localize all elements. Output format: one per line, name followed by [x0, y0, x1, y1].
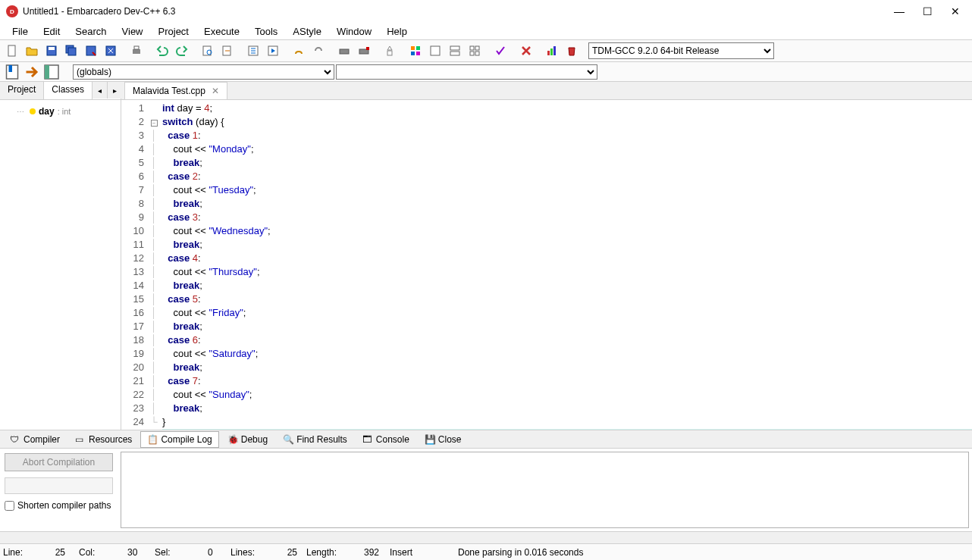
- status-col-label: Col:: [79, 547, 95, 558]
- svg-rect-18: [411, 46, 415, 50]
- class-tree[interactable]: ⋯ day : int: [0, 100, 121, 430]
- open-file-button[interactable]: [23, 42, 41, 60]
- menu-astyle[interactable]: AStyle: [285, 24, 329, 39]
- svg-rect-33: [9, 65, 13, 72]
- member-select[interactable]: [336, 64, 597, 80]
- profile-button[interactable]: [381, 42, 399, 60]
- abort-compilation-button[interactable]: Abort Compilation: [5, 453, 113, 471]
- compiler-select[interactable]: TDM-GCC 9.2.0 64-bit Release: [588, 42, 774, 59]
- bottom-tab-compile-log[interactable]: 📋Compile Log: [140, 431, 218, 448]
- bottom-panel: 🛡Compiler▭Resources📋Compile Log🐞Debug🔍Fi…: [0, 430, 972, 543]
- status-bar: Line:25 Col:30 Sel:0 Lines:25 Length:392…: [0, 543, 972, 560]
- close-file-button[interactable]: [102, 42, 120, 60]
- tab-project[interactable]: Project: [0, 82, 44, 99]
- find-button[interactable]: [199, 42, 217, 60]
- tab-icon: 💾: [425, 434, 435, 445]
- menu-window[interactable]: Window: [329, 24, 379, 39]
- menu-project[interactable]: Project: [151, 24, 196, 39]
- compile-run-button[interactable]: [290, 42, 308, 60]
- status-col-value: 30: [99, 547, 137, 558]
- menu-file[interactable]: File: [5, 24, 36, 39]
- bottom-tab-find-results[interactable]: 🔍Find Results: [276, 431, 354, 448]
- menu-search[interactable]: Search: [67, 24, 114, 39]
- status-lines-label: Lines:: [230, 547, 255, 558]
- bottom-tab-resources[interactable]: ▭Resources: [68, 431, 139, 448]
- nav-prev-button[interactable]: ◂: [92, 82, 108, 99]
- line-gutter: 1234567891011121314151617181920212223242…: [121, 100, 149, 430]
- tab-icon: 🔍: [283, 434, 293, 445]
- horizontal-scrollbar[interactable]: [0, 531, 972, 543]
- print-button[interactable]: [127, 42, 146, 60]
- grid-button[interactable]: [406, 42, 425, 60]
- close-tab-icon[interactable]: ✕: [212, 86, 219, 96]
- bottom-tab-close[interactable]: 💾Close: [418, 431, 469, 448]
- chart-button[interactable]: [543, 42, 561, 60]
- replace-button[interactable]: [218, 42, 237, 60]
- run-button[interactable]: [264, 42, 282, 60]
- title-bar: D Untitled1 - Embarcadero Dev-C++ 6.3 — …: [0, 0, 972, 23]
- code-area[interactable]: 1234567891011121314151617181920212223242…: [121, 100, 972, 430]
- status-length-label: Length:: [306, 547, 337, 558]
- shorten-paths-row[interactable]: Shorten compiler paths: [5, 500, 113, 511]
- code-text[interactable]: int day = 4;switch (day) { case 1: cout …: [159, 100, 972, 430]
- menu-view[interactable]: View: [114, 24, 151, 39]
- svg-rect-17: [387, 51, 392, 55]
- bottom-tabs: 🛡Compiler▭Resources📋Compile Log🐞Debug🔍Fi…: [0, 430, 972, 449]
- scope-select[interactable]: (globals): [73, 64, 334, 80]
- shorten-paths-checkbox[interactable]: [5, 501, 14, 511]
- svg-rect-21: [416, 52, 420, 55]
- bottom-tab-console[interactable]: 🗔Console: [356, 431, 416, 448]
- svg-rect-4: [68, 48, 76, 55]
- cancel-button[interactable]: [517, 42, 535, 60]
- file-tabs: Malavida Test.cpp ✕: [121, 82, 972, 100]
- new-file-button[interactable]: [3, 42, 21, 60]
- svg-rect-26: [475, 46, 479, 50]
- save-all-button[interactable]: [62, 42, 80, 60]
- status-length-value: 392: [341, 547, 379, 558]
- status-line-label: Line:: [3, 547, 23, 558]
- save-as-button[interactable]: [82, 42, 100, 60]
- sidebar: Project Classes ◂ ▸ ⋯ day : int: [0, 82, 121, 430]
- svg-rect-31: [553, 46, 556, 55]
- menu-help[interactable]: Help: [379, 24, 415, 39]
- check-button[interactable]: [491, 42, 510, 60]
- debug-button[interactable]: [335, 42, 353, 60]
- status-sel-value: 0: [175, 547, 213, 558]
- rebuild-button[interactable]: [309, 42, 328, 60]
- trash-button[interactable]: [563, 42, 581, 60]
- save-button[interactable]: [42, 42, 61, 60]
- debug-panel-button[interactable]: [42, 64, 61, 80]
- file-tab[interactable]: Malavida Test.cpp ✕: [124, 82, 227, 99]
- editor: Malavida Test.cpp ✕ 12345678910111213141…: [121, 82, 972, 430]
- compile-log-output[interactable]: [121, 452, 969, 528]
- menu-tools[interactable]: Tools: [247, 24, 285, 39]
- redo-button[interactable]: [173, 42, 191, 60]
- stop-button[interactable]: [355, 42, 373, 60]
- goto-button[interactable]: [23, 64, 41, 80]
- status-sel-label: Sel:: [155, 547, 171, 558]
- close-button[interactable]: ✕: [951, 5, 960, 17]
- tab-classes[interactable]: Classes: [44, 82, 92, 99]
- fold-column[interactable]: −│││││││││││││││││││││└: [149, 100, 159, 430]
- tree-connector-icon: ⋯: [17, 108, 25, 116]
- undo-button[interactable]: [153, 42, 171, 60]
- svg-rect-9: [203, 46, 211, 55]
- svg-rect-28: [475, 52, 479, 55]
- menu-execute[interactable]: Execute: [196, 24, 247, 39]
- compile-button[interactable]: [244, 42, 262, 60]
- shorten-paths-label: Shorten compiler paths: [17, 500, 111, 511]
- status-message: Done parsing in 0.016 seconds: [458, 547, 583, 558]
- menu-edit[interactable]: Edit: [36, 24, 67, 39]
- bookmark-button[interactable]: [3, 64, 21, 80]
- bottom-tab-debug[interactable]: 🐞Debug: [221, 431, 274, 448]
- svg-rect-35: [45, 65, 49, 79]
- variable-name: day: [39, 106, 55, 117]
- compiler-output-field[interactable]: [5, 477, 113, 494]
- tree-item: ⋯ day : int: [3, 105, 118, 118]
- tile-grid-button[interactable]: [466, 42, 484, 60]
- bottom-tab-compiler[interactable]: 🛡Compiler: [3, 431, 67, 448]
- window-button[interactable]: [426, 42, 444, 60]
- maximize-button[interactable]: ☐: [923, 5, 933, 17]
- tile-h-button[interactable]: [446, 42, 464, 60]
- minimize-button[interactable]: —: [894, 5, 905, 17]
